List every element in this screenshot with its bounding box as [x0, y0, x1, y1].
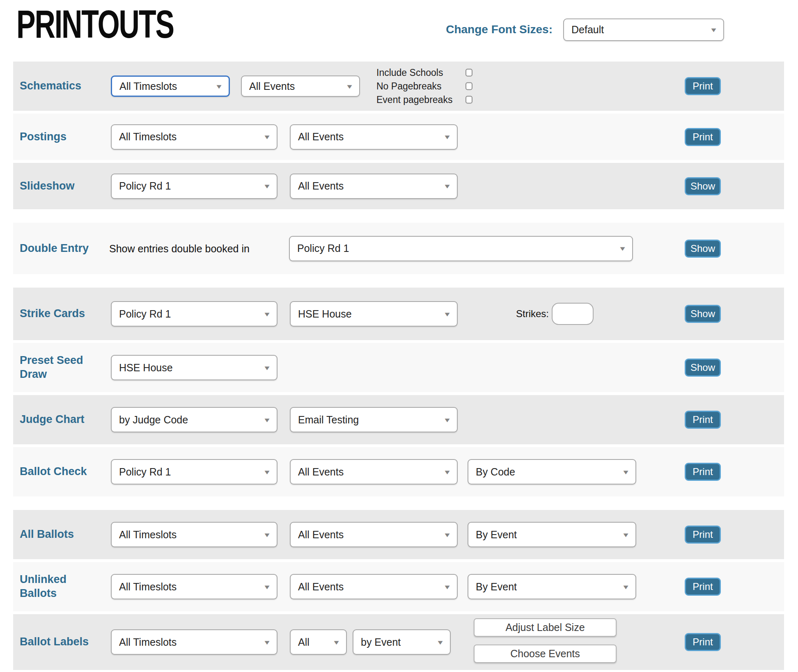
- slideshow-show-button[interactable]: Show: [685, 177, 721, 195]
- no-pagebreaks-checkbox[interactable]: [466, 82, 472, 90]
- no-pagebreaks-label: No Pagebreaks: [376, 81, 442, 92]
- chevron-down-icon: ▼: [622, 531, 630, 538]
- chevron-down-icon: ▼: [263, 469, 271, 475]
- unlinked-ballots-timeslot-select[interactable]: All Timeslots ▼: [111, 574, 277, 599]
- all-ballots-timeslot-select[interactable]: All Timeslots ▼: [111, 522, 277, 547]
- strike-cards-show-button[interactable]: Show: [685, 305, 721, 323]
- judge-chart-event-select[interactable]: Email Testing ▼: [290, 407, 458, 432]
- chevron-down-icon: ▼: [622, 469, 630, 475]
- ballot-labels-sort-select[interactable]: by Event ▼: [353, 629, 451, 655]
- ballot-labels-count-select[interactable]: All ▼: [290, 629, 347, 655]
- strike-cards-round-value: Policy Rd 1: [119, 308, 171, 320]
- judge-chart-event-value: Email Testing: [298, 414, 359, 426]
- postings-event-select[interactable]: All Events ▼: [290, 124, 458, 150]
- unlinked-ballots-sort-value: By Event: [476, 581, 517, 593]
- double-entry-round-value: Policy Rd 1: [297, 242, 349, 254]
- strikes-input[interactable]: [552, 303, 594, 325]
- chevron-down-icon: ▼: [443, 133, 452, 140]
- postings-print-button[interactable]: Print: [685, 128, 721, 146]
- chevron-down-icon: ▼: [263, 311, 271, 318]
- choose-events-button[interactable]: Choose Events: [474, 645, 617, 663]
- slideshow-round-select[interactable]: Policy Rd 1 ▼: [111, 174, 277, 199]
- chevron-down-icon: ▼: [443, 311, 452, 318]
- schematics-label: Schematics: [20, 79, 100, 93]
- chevron-down-icon: ▼: [263, 364, 271, 371]
- postings-row: Postings All Timeslots ▼ All Events ▼ Pr…: [13, 114, 784, 160]
- schematics-timeslot-value: All Timeslots: [119, 80, 177, 92]
- ballot-check-print-button[interactable]: Print: [685, 463, 721, 481]
- postings-timeslot-select[interactable]: All Timeslots ▼: [111, 124, 277, 150]
- ballot-check-event-value: All Events: [298, 466, 344, 478]
- change-font-sizes-label: Change Font Sizes:: [446, 23, 553, 36]
- font-size-select[interactable]: Default ▼: [563, 18, 724, 41]
- chevron-down-icon: ▼: [263, 133, 271, 140]
- slideshow-label: Slideshow: [20, 179, 100, 193]
- preset-seed-event-value: HSE House: [119, 362, 173, 374]
- schematics-event-select[interactable]: All Events ▼: [241, 75, 360, 97]
- event-pagebreaks-checkbox[interactable]: [466, 96, 472, 104]
- judge-chart-sort-value: by Judge Code: [119, 414, 188, 426]
- postings-event-value: All Events: [298, 131, 344, 143]
- chevron-down-icon: ▼: [619, 245, 627, 252]
- chevron-down-icon: ▼: [263, 531, 271, 538]
- ballot-check-label: Ballot Check: [20, 465, 100, 479]
- judge-chart-sort-select[interactable]: by Judge Code ▼: [111, 407, 277, 432]
- chevron-down-icon: ▼: [215, 83, 223, 90]
- schematics-timeslot-select[interactable]: All Timeslots ▼: [111, 75, 230, 97]
- unlinked-ballots-sort-select[interactable]: By Event ▼: [468, 574, 636, 599]
- all-ballots-event-select[interactable]: All Events ▼: [290, 522, 458, 547]
- strike-cards-label: Strike Cards: [20, 307, 100, 321]
- chevron-down-icon: ▼: [443, 469, 452, 475]
- unlinked-ballots-label: Unlinked Ballots: [20, 573, 100, 601]
- slideshow-row: Slideshow Policy Rd 1 ▼ All Events ▼ Sho…: [13, 163, 784, 209]
- ballot-labels-print-button[interactable]: Print: [685, 633, 721, 651]
- judge-chart-print-button[interactable]: Print: [685, 411, 721, 429]
- ballot-labels-sort-value: by Event: [361, 636, 401, 648]
- strikes-label: Strikes:: [498, 308, 549, 320]
- all-ballots-print-button[interactable]: Print: [685, 526, 721, 544]
- ballot-labels-label: Ballot Labels: [20, 635, 100, 649]
- ballot-check-event-select[interactable]: All Events ▼: [290, 459, 458, 485]
- double-entry-row: Double Entry Show entries double booked …: [13, 223, 784, 274]
- event-pagebreaks-label: Event pagebreaks: [376, 94, 452, 105]
- all-ballots-label: All Ballots: [20, 528, 100, 542]
- chevron-down-icon: ▼: [263, 583, 271, 590]
- preset-seed-event-select[interactable]: HSE House ▼: [111, 355, 277, 380]
- strike-cards-event-value: HSE House: [298, 308, 352, 320]
- all-ballots-sort-select[interactable]: By Event ▼: [468, 522, 636, 547]
- strike-cards-event-select[interactable]: HSE House ▼: [290, 301, 458, 327]
- font-size-value: Default: [571, 24, 604, 36]
- slideshow-event-select[interactable]: All Events ▼: [290, 174, 458, 199]
- chevron-down-icon: ▼: [443, 183, 452, 190]
- judge-chart-label: Judge Chart: [20, 413, 100, 427]
- ballot-labels-timeslot-select[interactable]: All Timeslots ▼: [111, 629, 277, 655]
- unlinked-ballots-event-value: All Events: [298, 581, 344, 593]
- preset-seed-show-button[interactable]: Show: [685, 359, 721, 377]
- chevron-down-icon: ▼: [263, 416, 271, 423]
- all-ballots-sort-value: By Event: [476, 529, 517, 541]
- chevron-down-icon: ▼: [622, 583, 630, 590]
- double-entry-show-button[interactable]: Show: [685, 240, 721, 258]
- printouts-page: PRINTOUTS Change Font Sizes: Default ▼ S…: [0, 0, 798, 672]
- ballot-check-round-select[interactable]: Policy Rd 1 ▼: [111, 459, 277, 485]
- ballot-check-row: Ballot Check Policy Rd 1 ▼ All Events ▼ …: [13, 447, 784, 496]
- include-schools-checkbox[interactable]: [466, 69, 472, 77]
- all-ballots-event-value: All Events: [298, 529, 344, 541]
- ballot-check-sort-select[interactable]: By Code ▼: [468, 459, 636, 485]
- schematics-event-value: All Events: [249, 80, 295, 92]
- postings-timeslot-value: All Timeslots: [119, 131, 177, 143]
- slideshow-event-value: All Events: [298, 180, 344, 192]
- unlinked-ballots-timeslot-value: All Timeslots: [119, 581, 177, 593]
- adjust-label-size-button[interactable]: Adjust Label Size: [474, 618, 617, 637]
- ballot-check-round-value: Policy Rd 1: [119, 466, 171, 478]
- slideshow-round-value: Policy Rd 1: [119, 180, 171, 192]
- schematics-row: Schematics All Timeslots ▼ All Events ▼ …: [13, 62, 784, 111]
- unlinked-ballots-row: Unlinked Ballots All Timeslots ▼ All Eve…: [13, 562, 784, 611]
- unlinked-ballots-event-select[interactable]: All Events ▼: [290, 574, 458, 599]
- chevron-down-icon: ▼: [346, 83, 354, 90]
- chevron-down-icon: ▼: [443, 583, 452, 590]
- strike-cards-round-select[interactable]: Policy Rd 1 ▼: [111, 301, 277, 327]
- unlinked-ballots-print-button[interactable]: Print: [685, 578, 721, 596]
- double-entry-round-select[interactable]: Policy Rd 1 ▼: [289, 236, 633, 261]
- schematics-print-button[interactable]: Print: [685, 77, 721, 95]
